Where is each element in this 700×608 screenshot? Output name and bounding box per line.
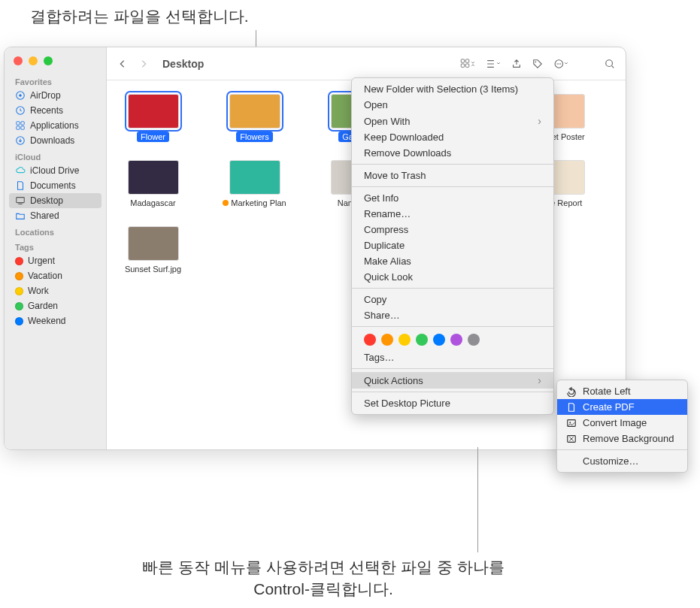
sidebar-label: Desktop bbox=[30, 195, 63, 206]
svg-point-17 bbox=[560, 63, 562, 65]
tag-color-dot[interactable] bbox=[468, 334, 480, 346]
svg-rect-12 bbox=[465, 64, 468, 67]
file-thumbnail bbox=[128, 94, 179, 129]
tag-color-dot[interactable] bbox=[433, 334, 445, 346]
menu-separator bbox=[352, 392, 553, 392]
sidebar-tag[interactable]: Garden bbox=[5, 298, 106, 313]
more-button[interactable] bbox=[553, 59, 568, 69]
tag-label: Urgent bbox=[28, 256, 55, 266]
sidebar-tag[interactable]: Work bbox=[5, 283, 106, 298]
sidebar-item-applications[interactable]: Applications bbox=[5, 118, 106, 133]
apps-icon bbox=[15, 120, 26, 131]
tag-label: Garden bbox=[28, 301, 58, 311]
svg-point-16 bbox=[559, 63, 560, 65]
menu-item[interactable]: Copy bbox=[352, 292, 553, 307]
airdrop-icon bbox=[15, 90, 26, 101]
menu-item[interactable]: Duplicate bbox=[352, 237, 553, 253]
menu-item[interactable]: Remove Downloads bbox=[352, 145, 553, 161]
tag-color-dot[interactable] bbox=[381, 334, 393, 346]
sidebar-item-shared[interactable]: Shared bbox=[5, 208, 106, 223]
convert-icon bbox=[566, 418, 577, 428]
locations-heading: Locations bbox=[5, 223, 106, 238]
sidebar-label: AirDrop bbox=[30, 90, 61, 101]
tag-label: Work bbox=[28, 286, 49, 296]
submenu-label: Rotate Left bbox=[583, 386, 631, 397]
close-button[interactable] bbox=[14, 56, 23, 65]
window-controls bbox=[5, 53, 106, 73]
tags-button[interactable] bbox=[532, 59, 543, 69]
submenu-item[interactable]: Create PDF bbox=[557, 399, 687, 415]
view-icons-button[interactable] bbox=[460, 59, 475, 69]
submenu-item[interactable]: Convert Image bbox=[557, 415, 687, 431]
file-thumbnail bbox=[229, 160, 280, 195]
clock-icon bbox=[15, 105, 26, 116]
sidebar-label: Recents bbox=[30, 105, 63, 116]
submenu-item[interactable]: Rotate Left bbox=[557, 383, 687, 399]
sidebar-item-airdrop[interactable]: AirDrop bbox=[5, 88, 106, 103]
sidebar-tag[interactable]: Weekend bbox=[5, 313, 106, 328]
sidebar-item-icloud-drive[interactable]: iCloud Drive bbox=[5, 163, 106, 178]
menu-item[interactable]: Keep Downloaded bbox=[352, 129, 553, 145]
minimize-button[interactable] bbox=[29, 56, 38, 65]
file-item[interactable]: Flower bbox=[117, 94, 189, 142]
menu-item[interactable]: Open bbox=[352, 97, 553, 113]
menu-item[interactable]: New Folder with Selection (3 Items) bbox=[352, 81, 553, 97]
tag-dot-icon bbox=[15, 287, 23, 295]
menu-item[interactable]: Move to Trash bbox=[352, 168, 553, 183]
menu-quick-actions[interactable]: Quick Actions bbox=[352, 372, 553, 389]
file-name-label: Sunset Surf.jpg bbox=[121, 264, 185, 274]
tag-color-row bbox=[352, 330, 553, 349]
tag-color-dot[interactable] bbox=[398, 334, 411, 346]
sidebar-item-desktop[interactable]: Desktop bbox=[9, 193, 102, 208]
menu-separator bbox=[352, 368, 553, 369]
menu-item[interactable]: Rename… bbox=[352, 206, 553, 222]
rotate-icon bbox=[566, 386, 577, 397]
sidebar-item-downloads[interactable]: Downloads bbox=[5, 133, 106, 148]
file-item[interactable]: Sunset Surf.jpg bbox=[117, 226, 189, 274]
icloud-heading: iCloud bbox=[5, 148, 106, 163]
menu-item[interactable]: Quick Look bbox=[352, 269, 553, 285]
file-thumbnail bbox=[229, 94, 280, 129]
search-button[interactable] bbox=[605, 59, 615, 69]
callout-top: 결합하려는 파일을 선택합니다. bbox=[30, 6, 249, 27]
tag-color-dot[interactable] bbox=[416, 334, 428, 346]
svg-point-20 bbox=[569, 422, 571, 423]
sidebar-item-recents[interactable]: Recents bbox=[5, 103, 106, 118]
cloud-icon bbox=[15, 165, 26, 176]
sidebar-label: Shared bbox=[30, 210, 59, 221]
tag-color-dot[interactable] bbox=[364, 334, 376, 346]
menu-item[interactable]: Get Info bbox=[352, 190, 553, 206]
file-item[interactable]: Madagascar bbox=[117, 160, 189, 208]
back-button[interactable] bbox=[117, 59, 128, 69]
svg-rect-5 bbox=[17, 126, 20, 129]
sidebar-item-documents[interactable]: Documents bbox=[5, 178, 106, 193]
menu-item[interactable]: Open With bbox=[352, 113, 553, 129]
menu-item[interactable]: Share… bbox=[352, 307, 553, 323]
sidebar-tag[interactable]: Vacation bbox=[5, 268, 106, 283]
zoom-button[interactable] bbox=[44, 56, 53, 65]
file-item[interactable]: Flowers bbox=[219, 94, 290, 142]
window-title: Desktop bbox=[162, 58, 204, 70]
forward-button[interactable] bbox=[138, 59, 149, 69]
quick-actions-submenu: Rotate LeftCreate PDFConvert ImageRemove… bbox=[556, 380, 688, 473]
svg-rect-8 bbox=[17, 198, 25, 203]
favorites-heading: Favorites bbox=[5, 73, 106, 88]
submenu-item[interactable]: Remove Background bbox=[557, 431, 687, 446]
share-button[interactable] bbox=[511, 59, 522, 69]
submenu-label: Create PDF bbox=[583, 401, 635, 413]
menu-item[interactable]: Compress bbox=[352, 222, 553, 237]
sidebar-tag[interactable]: Urgent bbox=[5, 253, 106, 268]
callout-line-bottom bbox=[477, 447, 478, 552]
group-button[interactable] bbox=[486, 59, 501, 69]
tag-color-dot[interactable] bbox=[450, 334, 462, 346]
tag-dot-icon bbox=[15, 272, 23, 280]
svg-point-1 bbox=[19, 94, 22, 97]
menu-item[interactable]: Make Alias bbox=[352, 253, 553, 269]
sidebar: Favorites AirDrop Recents Applications D… bbox=[5, 47, 107, 449]
menu-set-desktop-picture[interactable]: Set Desktop Picture bbox=[352, 395, 553, 411]
menu-tags[interactable]: Tags… bbox=[352, 349, 553, 365]
file-name-label: Flowers bbox=[236, 132, 273, 142]
file-item[interactable]: Marketing Plan bbox=[219, 160, 290, 208]
sidebar-label: iCloud Drive bbox=[30, 165, 79, 176]
submenu-customize[interactable]: Customize… bbox=[557, 453, 687, 469]
